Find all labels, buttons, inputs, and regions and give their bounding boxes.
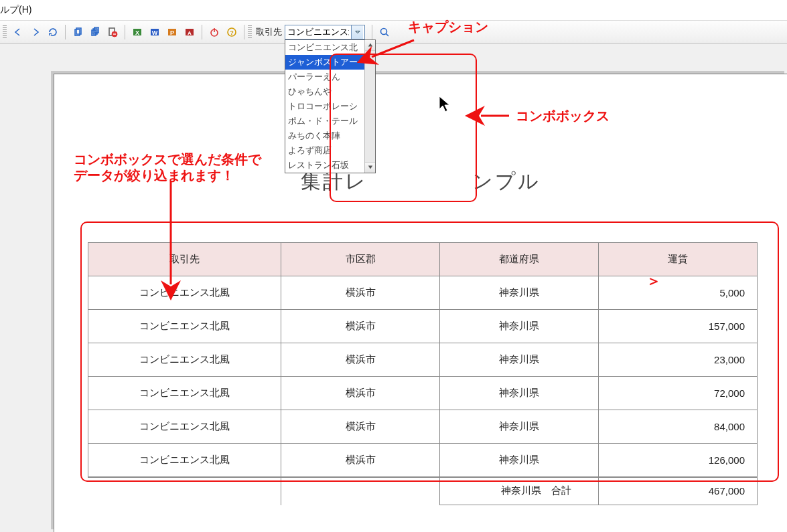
dropdown-option[interactable]: レストラン石坂: [285, 158, 364, 173]
cell-partner: コンビニエンス北風: [88, 410, 281, 444]
cell-city: 横浜市: [281, 377, 440, 410]
cell-city: 横浜市: [281, 310, 440, 343]
cell-fare: 84,000: [599, 410, 758, 444]
report-title: 集計レ ポートサ ンプル: [54, 168, 787, 195]
combo-caption: 取引先: [256, 26, 282, 38]
table-header-row: 取引先 市区郡 都道府県 運賃: [88, 243, 758, 276]
svg-text:W: W: [152, 29, 158, 36]
cell-pref: 神奈川県: [440, 410, 599, 444]
svg-point-19: [381, 28, 387, 34]
cell-partner: コンビニエンス北風: [88, 343, 281, 377]
table-total-row: 神奈川県 合計 467,000: [88, 477, 758, 505]
col-header: 都道府県: [440, 243, 599, 276]
power-button[interactable]: [206, 24, 222, 40]
col-header: 市区郡: [281, 243, 440, 276]
partner-combobox[interactable]: [285, 25, 365, 39]
table-row: コンビニエンス北風横浜市神奈川県23,000: [88, 343, 758, 377]
partner-dropdown[interactable]: コンビニエンス北ジャンボストアーパーラーえんひゃちんやトロコーポレーシポム・ド・…: [285, 39, 376, 173]
table-row: コンビニエンス北風横浜市神奈川県5,000: [88, 276, 758, 310]
toolbar-grip: [3, 25, 7, 39]
export-ppt-button[interactable]: P: [164, 24, 180, 40]
cell-pref: 神奈川県: [440, 310, 599, 343]
chevron-down-icon[interactable]: [351, 25, 363, 39]
report-table: 取引先 市区郡 都道府県 運賃 コンビニエンス北風横浜市神奈川県5,000コンビ…: [88, 242, 758, 505]
dropdown-option[interactable]: コンビニエンス北: [285, 40, 364, 55]
nav-forward-button[interactable]: [27, 24, 44, 40]
dropdown-scrollbar[interactable]: [364, 40, 375, 173]
cell-pref: 神奈川県: [440, 343, 599, 377]
toolbar-grip: [248, 25, 252, 39]
cell-fare: 72,000: [599, 377, 758, 410]
zoom-button[interactable]: [376, 24, 392, 40]
toolbar-sep: [202, 25, 202, 39]
svg-text:X: X: [135, 29, 139, 36]
table-row: コンビニエンス北風横浜市神奈川県126,000: [88, 444, 758, 477]
svg-text:A: A: [188, 30, 192, 36]
cell-partner: コンビニエンス北風: [88, 310, 281, 343]
nav-back-button[interactable]: [10, 24, 26, 40]
export-word-button[interactable]: W: [147, 24, 163, 40]
menu-help[interactable]: ルプ(H): [0, 0, 787, 21]
dropdown-option[interactable]: よろず商店: [285, 143, 364, 158]
table-row: コンビニエンス北風横浜市神奈川県72,000: [88, 377, 758, 410]
cell-fare: 23,000: [599, 343, 758, 377]
delete-page-button[interactable]: [104, 24, 121, 40]
dropdown-option[interactable]: ジャンボストアー: [285, 55, 364, 70]
copy-button[interactable]: [70, 24, 86, 40]
col-header: 取引先: [88, 243, 281, 276]
scroll-up-icon[interactable]: [365, 40, 375, 51]
dropdown-option[interactable]: ポム・ド・テール: [285, 114, 364, 128]
dropdown-option[interactable]: みちのく本陣: [285, 128, 364, 143]
svg-text:?: ?: [230, 29, 234, 36]
cell-fare: 126,000: [599, 444, 758, 477]
cell-fare: 5,000: [599, 276, 758, 310]
dropdown-option[interactable]: トロコーポレーシ: [285, 99, 364, 114]
toolbar-sep: [65, 25, 66, 39]
cell-partner: コンビニエンス北風: [88, 377, 281, 410]
scroll-down-icon[interactable]: [365, 162, 375, 173]
table-row: コンビニエンス北風横浜市神奈川県157,000: [88, 310, 758, 343]
cell-partner: コンビニエンス北風: [88, 444, 281, 477]
toolbar-sep: [125, 25, 125, 39]
cell-city: 横浜市: [281, 276, 440, 310]
toolbar-sep: [244, 25, 244, 39]
cell-pref: 神奈川県: [440, 444, 599, 477]
export-pdf-button[interactable]: A: [182, 24, 198, 40]
partner-combobox-input[interactable]: [285, 27, 351, 37]
cell-partner: コンビニエンス北風: [88, 276, 281, 310]
svg-text:P: P: [170, 29, 174, 36]
cell-pref: 神奈川県: [440, 377, 599, 410]
toolbar-sep: [372, 25, 372, 39]
dropdown-option[interactable]: ひゃちんや: [285, 84, 364, 99]
table-row: コンビニエンス北風横浜市神奈川県84,000: [88, 410, 758, 444]
cell-city: 横浜市: [281, 444, 440, 477]
refresh-button[interactable]: [45, 24, 61, 40]
col-header: 運賃: [599, 243, 758, 276]
svg-line-20: [386, 33, 389, 36]
total-value: 467,000: [599, 477, 758, 505]
cell-pref: 神奈川県: [440, 276, 599, 310]
total-label: 神奈川県 合計: [440, 477, 599, 505]
toolbar: X W P A ? 取引先 コンビニエンス北ジャンボストアーパーラーえんひゃちん…: [0, 21, 787, 43]
dropdown-option[interactable]: パーラーえん: [285, 70, 364, 84]
cell-city: 横浜市: [281, 410, 440, 444]
report-page: 集計レ ポートサ ンプル 取引先 市区郡 都道府県 運賃 コンビニエンス北風横浜…: [54, 74, 787, 532]
cell-fare: 157,000: [599, 310, 758, 343]
multi-copy-button[interactable]: [87, 24, 103, 40]
export-excel-button[interactable]: X: [129, 24, 145, 40]
help-button[interactable]: ?: [224, 24, 240, 40]
cell-city: 横浜市: [281, 343, 440, 377]
